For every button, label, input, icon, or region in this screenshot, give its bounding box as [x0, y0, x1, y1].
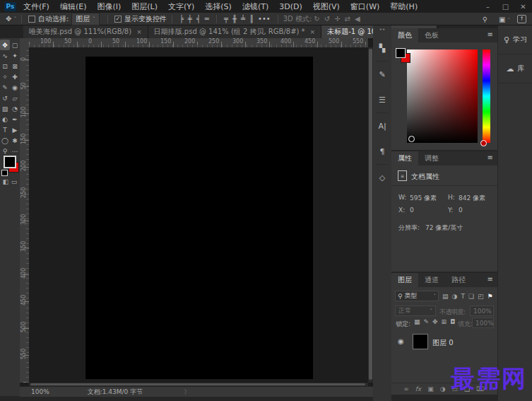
clone-stamp-tool[interactable]: ◉ — [10, 82, 20, 93]
dodge-tool[interactable]: ◐ — [0, 114, 10, 124]
horizontal-ruler[interactable]: 100 50 0 50 100 150 200 250 300 350 400 … — [29, 38, 368, 48]
saturation-brightness-field[interactable] — [407, 50, 478, 143]
3d-slide-icon[interactable]: ⇄ — [345, 15, 350, 23]
menu-file[interactable]: 文件(F) — [23, 1, 49, 12]
foreground-color-swatch[interactable] — [396, 48, 406, 58]
vertical-ruler[interactable]: 0 50 100 150 200 250 300 350 400 450 500… — [20, 47, 30, 383]
align-top-icon[interactable]: ═ — [205, 15, 209, 23]
x-value[interactable]: 0 — [410, 207, 414, 214]
learn-panel-button[interactable]: ♀ 学习 — [498, 25, 532, 54]
foreground-color-swatch[interactable] — [4, 156, 16, 168]
default-colors-icon[interactable] — [1, 170, 8, 176]
type-tool[interactable]: T — [0, 124, 10, 135]
status-chevron-icon[interactable]: 〉 — [184, 388, 190, 397]
minimize-button[interactable]: – — [479, 3, 497, 11]
show-transform-checkbox[interactable]: ✓ — [114, 16, 122, 23]
tab-close-icon[interactable]: × — [310, 28, 316, 35]
frame-tool[interactable]: ⊠ — [10, 61, 20, 71]
3d-panel-icon[interactable]: ◇ — [374, 169, 390, 186]
eraser-tool[interactable]: ▱ — [10, 93, 20, 103]
layer-name[interactable]: 图层 0 — [432, 338, 454, 348]
menu-layer[interactable]: 图层(L) — [131, 1, 158, 12]
layer-mask-icon[interactable]: ▣ — [427, 385, 434, 393]
filter-type-icon[interactable]: T — [461, 293, 465, 300]
menu-help[interactable]: 帮助(H) — [390, 1, 418, 12]
lock-all-icon[interactable]: ◘ — [450, 318, 455, 325]
quick-select-tool[interactable]: ✦ — [10, 50, 20, 61]
share-icon[interactable]: ↑ — [517, 15, 526, 23]
3d-scale-icon[interactable]: ◀ — [355, 15, 360, 23]
canvas-viewport[interactable] — [29, 47, 368, 383]
y-value[interactable]: 0 — [459, 207, 463, 214]
auto-select-target-dropdown[interactable]: 图层 ˅ — [71, 13, 100, 25]
document-tab-2[interactable]: 日期排版.psd @ 141% (组 2 拷贝, RGB/8#) * × — [148, 25, 321, 38]
filter-shape-icon[interactable]: ❏ — [468, 293, 474, 300]
tab-close-icon[interactable]: × — [136, 28, 142, 35]
lock-position-icon[interactable]: ✥ — [432, 318, 438, 325]
menu-view[interactable]: 视图(V) — [313, 1, 340, 12]
path-select-tool[interactable]: ▶ — [10, 124, 20, 135]
menu-edit[interactable]: 编辑(E) — [60, 1, 87, 12]
gradient-tool[interactable]: ▨ — [0, 103, 10, 114]
ruler-corner[interactable] — [20, 38, 30, 48]
maximize-button[interactable]: □ — [497, 3, 514, 11]
distribute-vertical-icon[interactable]: ║ — [249, 15, 254, 23]
hue-slider[interactable] — [483, 50, 490, 143]
align-center-icon[interactable]: ╪ — [188, 15, 192, 23]
paragraph-panel-icon[interactable]: ¶ — [374, 143, 390, 160]
layer-style-icon[interactable]: fx — [415, 385, 422, 393]
healing-brush-tool[interactable]: ✚ — [10, 71, 20, 82]
scrollbar-thumb[interactable] — [369, 49, 372, 380]
width-value[interactable]: 595 像素 — [410, 194, 437, 203]
brush-settings-panel-icon[interactable]: ✎ — [374, 66, 390, 83]
brush-tool[interactable]: ✎ — [0, 82, 10, 93]
menu-filter[interactable]: 滤镜(T) — [242, 1, 268, 12]
menu-3d[interactable]: 3D(D) — [279, 2, 302, 11]
workspace-switcher[interactable]: ▣˅ — [497, 16, 510, 23]
filter-adjustment-icon[interactable]: ◑ — [452, 293, 458, 300]
align-left-icon[interactable]: ╞ — [179, 15, 184, 23]
3d-drag-icon[interactable]: ✛ — [334, 15, 340, 23]
auto-select-checkbox[interactable] — [28, 16, 35, 23]
character-panel-icon[interactable]: A| — [374, 117, 390, 134]
link-layers-icon[interactable]: ∞ — [403, 385, 409, 393]
menu-type[interactable]: 文字(Y) — [168, 1, 194, 12]
fill-dropdown[interactable]: 100% — [472, 318, 494, 328]
search-icon[interactable]: ⚲ — [483, 16, 487, 23]
panel-menu-icon[interactable]: ≡ — [487, 28, 497, 42]
canvas[interactable] — [85, 57, 313, 379]
edit-toolbar-icon[interactable]: ⋯ — [10, 146, 20, 156]
chevron-down-icon[interactable]: ˅ — [13, 16, 16, 22]
tab-properties[interactable]: 属性 — [391, 151, 418, 165]
menu-image[interactable]: 图像(I) — [97, 1, 121, 12]
color-cursor[interactable] — [408, 136, 415, 142]
tab-color[interactable]: 颜色 — [391, 28, 418, 42]
resolution-value[interactable]: 72 像素/英寸 — [425, 223, 463, 233]
3d-rotate-icon[interactable]: ↻ — [314, 15, 319, 23]
menu-select[interactable]: 选择(S) — [205, 1, 232, 12]
distribute-bottom-icon[interactable]: ╧ — [241, 15, 245, 23]
panel-menu-icon[interactable]: ≡ — [487, 273, 497, 287]
move-tool[interactable]: ✥ — [0, 40, 10, 50]
properties-sliders-panel-icon[interactable]: ☰ — [374, 91, 390, 108]
blend-mode-dropdown[interactable]: 正常 ˅ — [395, 306, 436, 316]
eyedropper-tool[interactable]: ✧ — [0, 71, 10, 82]
tab-layers[interactable]: 图层 — [391, 273, 418, 287]
layer-visibility-eye-icon[interactable]: ◉ — [398, 337, 404, 345]
tab-paths[interactable]: 路径 — [445, 273, 472, 287]
distribute-middle-icon[interactable]: ╫ — [232, 15, 237, 23]
layer-filter-dropdown[interactable]: ⚲ 类型 ˅ — [395, 291, 439, 301]
lock-artboard-icon[interactable]: ⊞ — [442, 318, 447, 325]
tab-swatches[interactable]: 色板 — [418, 28, 445, 42]
filter-smart-object-icon[interactable]: ◰ — [478, 293, 484, 300]
crop-tool[interactable]: ⊡ — [0, 61, 10, 71]
scrollbar-thumb[interactable] — [30, 383, 365, 385]
close-button[interactable]: ✕ — [514, 3, 532, 11]
panel-drag-handle[interactable]: •• — [379, 27, 385, 33]
3d-roll-icon[interactable]: ↺ — [324, 15, 330, 23]
layer-thumbnail[interactable] — [413, 334, 428, 349]
screen-mode-icon[interactable]: ▭ — [11, 178, 18, 185]
shape-tool[interactable]: ◯ — [0, 135, 10, 146]
document-tab-1[interactable]: 唯美海报.psd @ 111%(RGB/8) × — [23, 25, 148, 38]
history-brush-tool[interactable]: ↺ — [0, 93, 10, 103]
